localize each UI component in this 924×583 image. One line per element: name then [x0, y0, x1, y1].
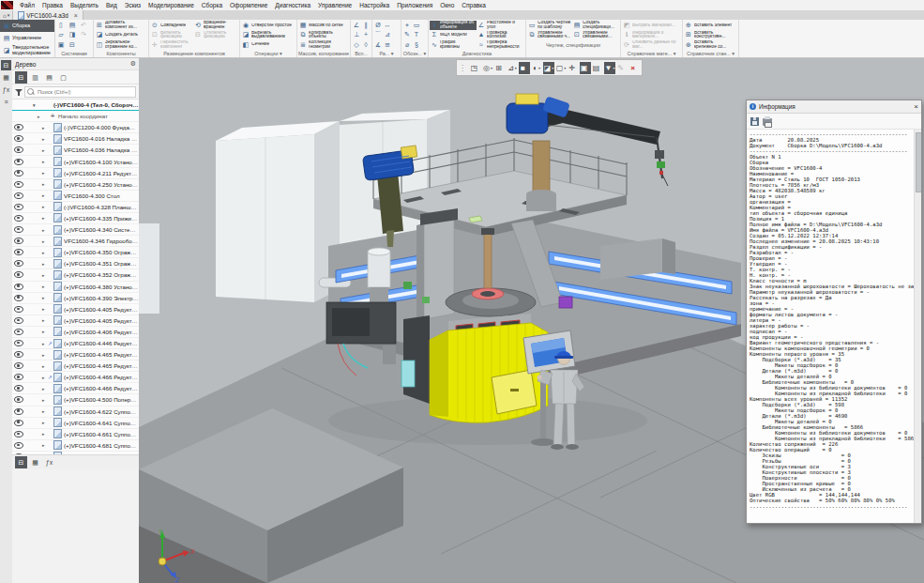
scrollbar[interactable] [914, 130, 921, 523]
ribbon-button[interactable]: ✛Переместить компонент [150, 40, 193, 50]
tree-item[interactable]: ▸ ↗ VFC1600-4.300 Стол [12, 191, 139, 202]
filter-funnel-icon[interactable] [15, 88, 23, 96]
tree-item[interactable]: ▸ ↗ (+)VFC1600-4.380 Установка двигат... [12, 282, 139, 293]
tree-item[interactable]: ▸ ↗ VFC1600-4.346 Гидрооборудова... [12, 236, 139, 247]
tree-item[interactable]: ▸ ↗ (+)VFC1600-4.351 Ограждение [12, 258, 139, 269]
menu-item[interactable]: Сборка [198, 2, 226, 8]
ribbon-button[interactable]: ⌀ [402, 40, 412, 50]
ribbon-button[interactable]: § [412, 40, 421, 50]
ribbon-button[interactable]: ▭ [412, 21, 421, 30]
expand-arrow-icon[interactable]: ▸ [42, 306, 48, 312]
tree-item[interactable]: ▸ ↗ VFC1600-4.016 Наладка выстр... [12, 133, 139, 145]
tree-item[interactable]: ▸ ↗ Начало координат [12, 111, 139, 122]
home-button[interactable]: ⌂ ▾ [0, 10, 13, 20]
ribbon-tab[interactable]: ◪ Твердотельное моделирование [0, 45, 54, 57]
expand-arrow-icon[interactable]: ▸ [42, 170, 48, 176]
visibility-eye-icon[interactable] [12, 124, 25, 130]
tree-item[interactable]: ▸ ↗ (+)VFC1600-4.622 Суппорт верхний [12, 407, 139, 418]
expand-arrow-icon[interactable]: ▸ [42, 250, 48, 255]
expand-arrow-icon[interactable]: ▸ [42, 386, 48, 391]
ribbon-button[interactable]: ⧉Копировать объекты [298, 30, 349, 39]
tree-item[interactable]: ▾ ↗ (-)VFC1600-4 (Тел-0, Сборочные еди [12, 100, 139, 111]
ribbon-button[interactable]: ∡ [373, 40, 383, 50]
ribbon-button[interactable]: ↷ [79, 30, 90, 39]
visibility-eye-icon[interactable] [12, 396, 25, 403]
visibility-eye-icon[interactable] [12, 204, 25, 210]
close-tab-icon[interactable]: × [74, 12, 78, 19]
tree-bottom-button[interactable]: ƒx [43, 456, 55, 468]
ribbon-button[interactable]: ⊟Отключить фиксацию [193, 30, 236, 39]
visibility-eye-icon[interactable] [12, 135, 25, 142]
quickbar-button[interactable]: ⊞ ▾ [494, 62, 506, 74]
expand-arrow-icon[interactable]: ▸ [42, 272, 48, 278]
ribbon-button[interactable]: ⟲Вращение-вращение [193, 21, 236, 30]
quickbar-button[interactable]: ▢ ▾ [555, 62, 567, 74]
quickbar-button[interactable]: ✛ ▾ [568, 62, 579, 74]
expand-arrow-icon[interactable]: ▸ [42, 317, 48, 323]
visibility-eye-icon[interactable] [12, 284, 25, 290]
expand-arrow-icon[interactable]: ▸ [42, 261, 48, 267]
expand-arrow-icon[interactable]: ▸ [42, 192, 48, 198]
ribbon-button[interactable]: ⊕Вставить элемент [684, 21, 737, 30]
ribbon-button[interactable]: ◪Вырезать выдавливанием [241, 30, 295, 39]
ribbon-button[interactable]: ≈Проверка непрерывности [477, 40, 523, 50]
visibility-eye-icon[interactable] [12, 226, 25, 233]
visibility-eye-icon[interactable] [12, 295, 25, 301]
tree-item[interactable]: ▸ ↗ (-)VFC1600-4.328 Планшайба [12, 202, 139, 213]
visibility-eye-icon[interactable] [12, 146, 25, 153]
visibility-eye-icon[interactable] [12, 260, 25, 267]
tree-item[interactable]: ▸ ↗ (+)VFC1600-4.661 Суппорт боковой [12, 429, 139, 440]
expand-arrow-icon[interactable]: ▸ [42, 147, 48, 153]
search-input[interactable] [36, 88, 133, 96]
ribbon-button[interactable]: ▭Создать чертеж по шаблону [527, 21, 572, 30]
quickbar-button[interactable]: ■ ▾ [519, 62, 530, 74]
tree-item[interactable]: ▸ ↗ (+)VFC1600-4.446 Редуктор верти... [12, 338, 139, 349]
tree-toolbar-button[interactable]: ⊟ [15, 71, 27, 84]
tree-item[interactable]: ▸ ↗ (+)VFC1600-4.500 Поперечина в сб... [12, 394, 139, 406]
gear-icon[interactable]: ⚙ [130, 60, 136, 68]
expand-arrow-icon[interactable]: ▸ [42, 363, 48, 369]
expand-arrow-icon[interactable]: ▸ [42, 136, 48, 142]
quickbar-button[interactable]: ⊿ ▾ [507, 62, 518, 74]
tree-item[interactable]: ▸ ↗ (+)VFC1600-4.405 Редуктор горизо... [12, 304, 139, 315]
expand-arrow-icon[interactable]: ▸ [42, 238, 48, 244]
visibility-eye-icon[interactable] [12, 271, 25, 278]
tree-item[interactable]: ▸ ↗ (+)VFC1600-4.465 Редуктор горизо... [12, 361, 139, 372]
expand-arrow-icon[interactable]: ▸ [42, 442, 48, 448]
dock-button[interactable]: ƒx [1, 84, 11, 95]
visibility-eye-icon[interactable] [12, 340, 25, 346]
ribbon-button[interactable]: ⊡Управление связанными ст... [572, 30, 617, 39]
ribbon-button[interactable]: ⊟ [68, 40, 79, 50]
tree-bottom-button[interactable]: ⊟ [15, 456, 27, 468]
ribbon-button[interactable]: ◉Отверстие простое [241, 21, 295, 30]
ribbon-button[interactable]: Ø [373, 21, 383, 30]
visibility-eye-icon[interactable] [12, 306, 25, 313]
visibility-eye-icon[interactable] [12, 215, 25, 222]
ribbon-button[interactable]: ⧉Управление связанными ч... [527, 30, 572, 39]
expand-arrow-icon[interactable]: ▸ [42, 420, 48, 425]
tree-item[interactable]: ▸ ↗ (+)VFC1600-4.466 Редуктор верти... [12, 372, 139, 383]
ribbon-button[interactable]: T [412, 30, 421, 39]
ribbon-button[interactable]: ✎ [402, 30, 412, 39]
menu-item[interactable]: Настройка [356, 2, 393, 8]
ribbon-button[interactable]: ≌ [383, 40, 392, 50]
menu-item[interactable]: Справка [458, 2, 490, 8]
visibility-eye-icon[interactable] [12, 362, 25, 369]
ribbon-button[interactable]: ▲Проверка коллизий [477, 30, 523, 39]
expand-arrow-icon[interactable]: ▸ [42, 159, 48, 164]
ribbon-button[interactable]: ▯ [56, 21, 68, 30]
visibility-eye-icon[interactable] [12, 408, 25, 415]
ribbon-button[interactable]: ▤Создать спецификаци... [572, 21, 617, 30]
ribbon-button[interactable]: ⊡Включить фиксацию [150, 30, 193, 39]
expand-arrow-icon[interactable]: ▸ [38, 114, 43, 119]
quickbar-button[interactable]: ◎ ▾ [482, 62, 493, 74]
quickbar-button[interactable]: ▤ ▾ [592, 62, 603, 74]
visibility-eye-icon[interactable] [12, 385, 25, 391]
expand-arrow-icon[interactable]: ▸ [42, 204, 48, 209]
visibility-eye-icon[interactable] [12, 249, 25, 255]
menu-item[interactable]: Эскиз [121, 2, 144, 8]
tree-toolbar-button[interactable]: ▢ [57, 71, 69, 84]
save-report-icon[interactable] [750, 117, 759, 126]
ribbon-button[interactable]: ◊ [361, 40, 371, 50]
visibility-eye-icon[interactable] [12, 238, 25, 244]
